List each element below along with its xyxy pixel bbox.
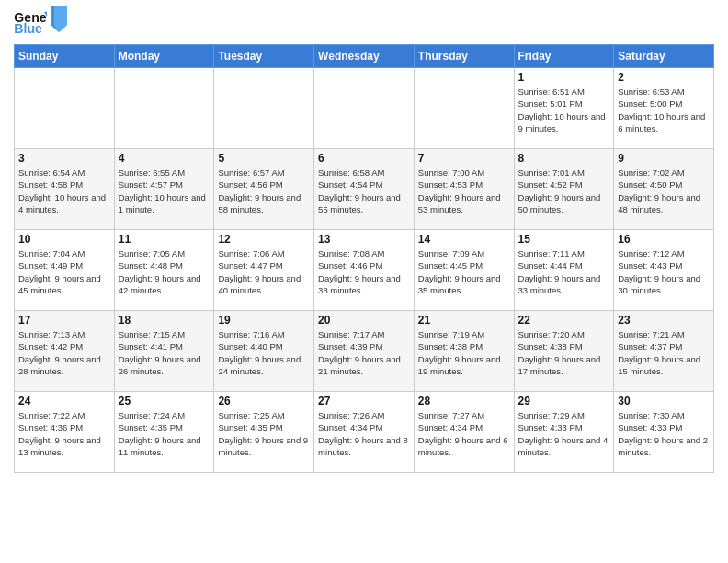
day-info: Sunrise: 7:04 AM Sunset: 4:49 PM Dayligh… [18,247,110,296]
day-info: Sunrise: 7:27 AM Sunset: 4:34 PM Dayligh… [418,409,510,458]
calendar-cell: 9Sunrise: 7:02 AM Sunset: 4:50 PM Daylig… [614,149,714,230]
calendar-cell: 1Sunrise: 6:51 AM Sunset: 5:01 PM Daylig… [514,68,614,149]
header-day-saturday: Saturday [614,45,714,68]
day-info: Sunrise: 7:26 AM Sunset: 4:34 PM Dayligh… [318,409,410,458]
calendar-cell: 2Sunrise: 6:53 AM Sunset: 5:00 PM Daylig… [614,68,714,149]
header: General Blue [14,9,714,37]
day-info: Sunrise: 7:08 AM Sunset: 4:46 PM Dayligh… [318,247,410,296]
day-info: Sunrise: 7:17 AM Sunset: 4:39 PM Dayligh… [318,328,410,377]
day-info: Sunrise: 7:24 AM Sunset: 4:35 PM Dayligh… [119,409,210,458]
calendar-cell: 4Sunrise: 6:55 AM Sunset: 4:57 PM Daylig… [114,149,214,230]
day-info: Sunrise: 6:58 AM Sunset: 4:54 PM Dayligh… [318,167,410,215]
day-number: 7 [418,152,510,165]
day-info: Sunrise: 7:16 AM Sunset: 4:40 PM Dayligh… [218,328,310,377]
day-info: Sunrise: 6:53 AM Sunset: 5:00 PM Dayligh… [618,86,710,134]
page: General Blue SundayMondayTuesdayWednesda… [0,0,728,563]
day-info: Sunrise: 7:20 AM Sunset: 4:38 PM Dayligh… [518,328,610,377]
day-number: 4 [119,152,210,165]
header-day-wednesday: Wednesday [314,45,415,68]
day-number: 23 [618,314,710,327]
day-number: 29 [518,395,610,408]
day-info: Sunrise: 7:05 AM Sunset: 4:48 PM Dayligh… [119,247,210,296]
day-number: 6 [318,152,410,165]
calendar-cell: 5Sunrise: 6:57 AM Sunset: 4:56 PM Daylig… [214,149,314,230]
calendar-cell: 28Sunrise: 7:27 AM Sunset: 4:34 PM Dayli… [414,392,514,473]
header-day-monday: Monday [114,45,214,68]
day-info: Sunrise: 6:55 AM Sunset: 4:57 PM Dayligh… [119,167,210,215]
calendar-cell: 17Sunrise: 7:13 AM Sunset: 4:42 PM Dayli… [15,311,115,392]
day-number: 19 [218,314,310,327]
day-number: 12 [218,233,310,246]
day-number: 11 [119,233,210,246]
day-info: Sunrise: 7:11 AM Sunset: 4:44 PM Dayligh… [518,247,610,296]
calendar-header: SundayMondayTuesdayWednesdayThursdayFrid… [15,45,714,68]
day-info: Sunrise: 7:21 AM Sunset: 4:37 PM Dayligh… [618,328,710,377]
day-info: Sunrise: 7:00 AM Sunset: 4:53 PM Dayligh… [418,167,510,215]
day-number: 30 [618,395,710,408]
day-number: 3 [18,152,110,165]
calendar-cell: 11Sunrise: 7:05 AM Sunset: 4:48 PM Dayli… [114,230,214,311]
day-number: 24 [18,395,110,408]
day-number: 22 [518,314,610,327]
calendar-cell: 21Sunrise: 7:19 AM Sunset: 4:38 PM Dayli… [414,311,514,392]
day-info: Sunrise: 7:29 AM Sunset: 4:33 PM Dayligh… [518,409,610,458]
day-info: Sunrise: 7:09 AM Sunset: 4:45 PM Dayligh… [418,247,510,296]
calendar-cell: 7Sunrise: 7:00 AM Sunset: 4:53 PM Daylig… [414,149,514,230]
calendar-cell: 18Sunrise: 7:15 AM Sunset: 4:41 PM Dayli… [114,311,214,392]
week-row-2: 10Sunrise: 7:04 AM Sunset: 4:49 PM Dayli… [15,230,714,311]
calendar-cell: 23Sunrise: 7:21 AM Sunset: 4:37 PM Dayli… [614,311,714,392]
day-info: Sunrise: 7:25 AM Sunset: 4:35 PM Dayligh… [218,409,310,458]
calendar-cell: 20Sunrise: 7:17 AM Sunset: 4:39 PM Dayli… [314,311,415,392]
day-info: Sunrise: 6:54 AM Sunset: 4:58 PM Dayligh… [18,167,110,215]
day-number: 2 [618,71,710,84]
calendar-cell: 25Sunrise: 7:24 AM Sunset: 4:35 PM Dayli… [114,392,214,473]
day-number: 17 [18,314,110,327]
day-number: 8 [518,152,610,165]
day-number: 1 [518,71,610,84]
calendar-body: 1Sunrise: 6:51 AM Sunset: 5:01 PM Daylig… [15,68,714,473]
day-number: 13 [318,233,410,246]
calendar-cell: 15Sunrise: 7:11 AM Sunset: 4:44 PM Dayli… [514,230,614,311]
day-info: Sunrise: 7:01 AM Sunset: 4:52 PM Dayligh… [518,167,610,215]
calendar-cell: 24Sunrise: 7:22 AM Sunset: 4:36 PM Dayli… [15,392,115,473]
calendar: SundayMondayTuesdayWednesdayThursdayFrid… [14,44,714,473]
header-row: SundayMondayTuesdayWednesdayThursdayFrid… [15,45,714,68]
logo-arrow-icon [51,6,67,32]
calendar-cell: 26Sunrise: 7:25 AM Sunset: 4:35 PM Dayli… [214,392,314,473]
calendar-cell: 8Sunrise: 7:01 AM Sunset: 4:52 PM Daylig… [514,149,614,230]
day-info: Sunrise: 6:57 AM Sunset: 4:56 PM Dayligh… [218,167,310,215]
day-number: 18 [119,314,210,327]
header-day-friday: Friday [514,45,614,68]
calendar-cell: 13Sunrise: 7:08 AM Sunset: 4:46 PM Dayli… [314,230,415,311]
calendar-cell: 12Sunrise: 7:06 AM Sunset: 4:47 PM Dayli… [214,230,314,311]
calendar-cell: 14Sunrise: 7:09 AM Sunset: 4:45 PM Dayli… [414,230,514,311]
day-info: Sunrise: 7:06 AM Sunset: 4:47 PM Dayligh… [218,247,310,296]
day-info: Sunrise: 7:19 AM Sunset: 4:38 PM Dayligh… [418,328,510,377]
day-number: 28 [418,395,510,408]
day-number: 15 [518,233,610,246]
calendar-cell [114,68,214,149]
day-number: 16 [618,233,710,246]
header-day-sunday: Sunday [15,45,115,68]
calendar-cell: 6Sunrise: 6:58 AM Sunset: 4:54 PM Daylig… [314,149,415,230]
calendar-cell: 27Sunrise: 7:26 AM Sunset: 4:34 PM Dayli… [314,392,415,473]
day-number: 14 [418,233,510,246]
calendar-cell: 30Sunrise: 7:30 AM Sunset: 4:33 PM Dayli… [614,392,714,473]
day-number: 9 [618,152,710,165]
week-row-3: 17Sunrise: 7:13 AM Sunset: 4:42 PM Dayli… [15,311,714,392]
day-info: Sunrise: 6:51 AM Sunset: 5:01 PM Dayligh… [518,86,610,134]
week-row-1: 3Sunrise: 6:54 AM Sunset: 4:58 PM Daylig… [15,149,714,230]
calendar-cell [214,68,314,149]
day-info: Sunrise: 7:13 AM Sunset: 4:42 PM Dayligh… [18,328,110,377]
calendar-cell: 19Sunrise: 7:16 AM Sunset: 4:40 PM Dayli… [214,311,314,392]
week-row-4: 24Sunrise: 7:22 AM Sunset: 4:36 PM Dayli… [15,392,714,473]
week-row-0: 1Sunrise: 6:51 AM Sunset: 5:01 PM Daylig… [15,68,714,149]
calendar-cell: 10Sunrise: 7:04 AM Sunset: 4:49 PM Dayli… [15,230,115,311]
day-number: 5 [218,152,310,165]
day-number: 25 [119,395,210,408]
day-info: Sunrise: 7:02 AM Sunset: 4:50 PM Dayligh… [618,167,710,215]
day-info: Sunrise: 7:15 AM Sunset: 4:41 PM Dayligh… [119,328,210,377]
day-info: Sunrise: 7:22 AM Sunset: 4:36 PM Dayligh… [18,409,110,458]
calendar-cell [314,68,415,149]
header-day-tuesday: Tuesday [214,45,314,68]
